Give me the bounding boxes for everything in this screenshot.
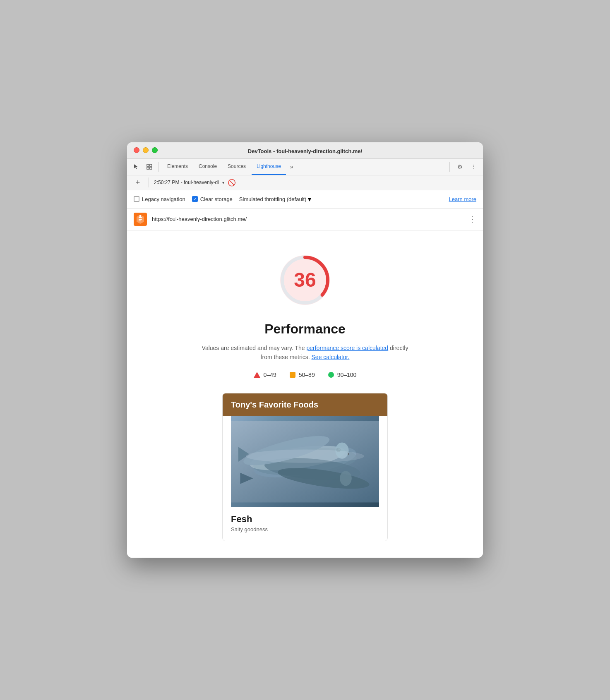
fish-image (231, 416, 379, 507)
svg-rect-3 (150, 167, 152, 169)
perf-score-link[interactable]: performance score is calculated (307, 345, 389, 351)
add-session-button[interactable]: + (132, 177, 144, 188)
tab-elements[interactable]: Elements (162, 158, 193, 175)
throttle-dropdown[interactable]: Simulated throttling (default) ▾ (239, 195, 312, 203)
throttle-label: Simulated throttling (default) (239, 196, 307, 202)
learn-more-link[interactable]: Learn more (449, 196, 476, 202)
calculator-link[interactable]: See calculator. (312, 354, 350, 360)
range-orange-label: 50–89 (299, 372, 315, 378)
food-description: Salty goodness (231, 526, 379, 532)
range-red-label: 0–49 (264, 372, 276, 378)
svg-point-25 (340, 471, 352, 486)
food-card-body: Fesh Salty goodness (223, 416, 387, 541)
clear-storage-label: Clear storage (200, 196, 233, 202)
url-menu-button[interactable]: ⋮ (468, 215, 476, 224)
throttle-dropdown-arrow: ▾ (308, 195, 311, 203)
desc-before: Values are estimated and may vary. The (202, 345, 307, 351)
devtools-toolbar: Elements Console Sources Lighthouse » ⚙ … (127, 159, 483, 175)
svg-rect-7 (139, 221, 141, 221)
toolbar-divider-right (449, 162, 450, 172)
main-content: 36 Performance Values are estimated and … (127, 230, 483, 558)
range-green: 90–100 (328, 372, 357, 378)
window-title: DevTools - foul-heavenly-direction.glitc… (248, 148, 362, 154)
performance-description: Values are estimated and may vary. The p… (197, 343, 413, 362)
range-red: 0–49 (254, 372, 276, 378)
lighthouse-logo (134, 213, 147, 226)
session-label: 2:50:27 PM - foul-heavenly-di (154, 180, 219, 185)
toolbar-divider (159, 162, 159, 172)
svg-rect-6 (139, 219, 142, 220)
lighthouse-toolbar: Legacy navigation ✓ Clear storage Simula… (127, 190, 483, 209)
toolbar-tabs: Elements Console Sources Lighthouse » (162, 159, 297, 175)
food-card: Tony's Favorite Foods (222, 393, 388, 541)
minimize-button[interactable] (143, 147, 149, 153)
session-divider (149, 177, 149, 187)
more-tabs-button[interactable]: » (287, 158, 297, 175)
clear-storage-checkbox[interactable]: ✓ Clear storage (192, 196, 233, 202)
svg-point-26 (246, 450, 364, 463)
devtools-menu-button[interactable]: ⋮ (468, 161, 480, 173)
orange-square-icon (290, 372, 295, 378)
titlebar: DevTools - foul-heavenly-direction.glitc… (127, 142, 483, 159)
session-dropdown[interactable]: ▾ (222, 180, 224, 185)
tab-console[interactable]: Console (194, 158, 222, 175)
range-orange: 50–89 (290, 372, 315, 378)
tab-sources[interactable]: Sources (223, 158, 251, 175)
range-green-label: 90–100 (337, 372, 357, 378)
clear-storage-checkbox-box[interactable]: ✓ (192, 196, 198, 202)
score-gauge: 36 (272, 247, 338, 313)
svg-rect-0 (147, 164, 149, 166)
red-triangle-icon (254, 372, 260, 378)
cursor-icon[interactable] (130, 161, 142, 173)
legacy-nav-checkbox[interactable]: Legacy navigation (134, 196, 185, 202)
legacy-nav-label: Legacy navigation (142, 196, 185, 202)
page-url: https://foul-heavenly-direction.glitch.m… (152, 216, 464, 222)
food-card-title: Tony's Favorite Foods (231, 400, 379, 410)
svg-rect-5 (139, 217, 142, 218)
tab-lighthouse[interactable]: Lighthouse (252, 158, 286, 175)
legacy-checkbox-box[interactable] (134, 196, 139, 202)
toolbar-right: ⚙ ⋮ (448, 161, 480, 173)
score-value: 36 (294, 268, 316, 291)
inspect-icon[interactable] (144, 161, 155, 173)
traffic-lights (134, 147, 158, 153)
settings-button[interactable]: ⚙ (454, 161, 466, 173)
devtools-window: DevTools - foul-heavenly-direction.glitc… (127, 142, 483, 558)
url-bar: https://foul-heavenly-direction.glitch.m… (127, 209, 483, 230)
green-circle-icon (328, 372, 334, 378)
maximize-button[interactable] (152, 147, 158, 153)
performance-title: Performance (264, 321, 346, 337)
block-icon[interactable]: 🚫 (228, 179, 236, 187)
score-ranges: 0–49 50–89 90–100 (254, 372, 357, 378)
svg-rect-2 (147, 167, 149, 169)
close-button[interactable] (134, 147, 139, 153)
food-name: Fesh (231, 514, 379, 525)
food-card-header: Tony's Favorite Foods (223, 393, 387, 416)
svg-rect-9 (139, 215, 141, 217)
session-toolbar: + 2:50:27 PM - foul-heavenly-di ▾ 🚫 (127, 175, 483, 190)
svg-rect-1 (150, 164, 152, 166)
